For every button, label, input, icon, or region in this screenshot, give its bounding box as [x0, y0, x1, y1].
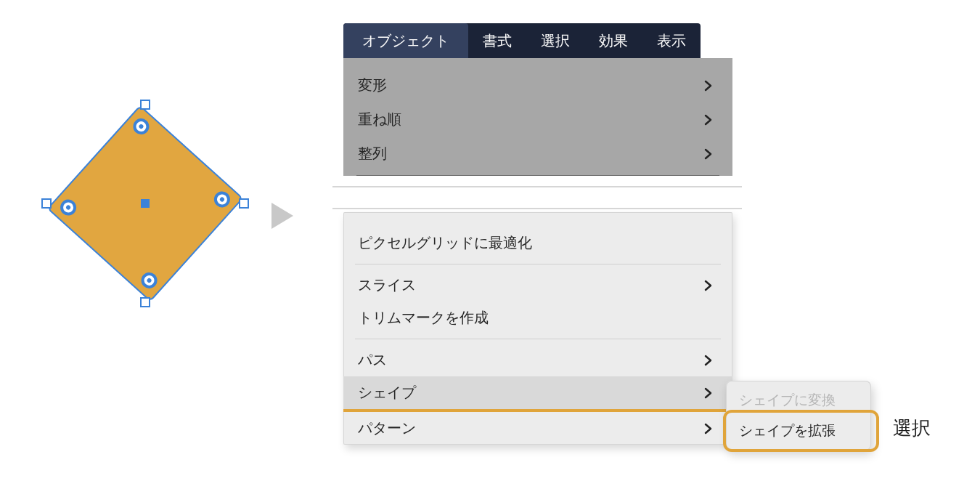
object-menu-lower: ピクセルグリッドに最適化スライストリムマークを作成パスシェイプパターン	[343, 212, 732, 445]
menu-item[interactable]: 変形	[343, 68, 732, 102]
submenu-item-label: シェイプを拡張	[739, 423, 836, 438]
arrow-icon	[269, 201, 298, 230]
submenu-item: シェイプに変換	[726, 385, 871, 416]
menu-item-label: 重ね順	[358, 110, 401, 129]
menu-item-label: 変形	[358, 76, 387, 95]
object-menu-upper: 変形重ね順整列	[343, 58, 732, 176]
annotation-label: 選択	[893, 416, 931, 441]
menu-item-label: トリムマークを作成	[358, 308, 489, 328]
chevron-right-icon	[702, 387, 714, 399]
menubar-tab-label: 表示	[657, 31, 686, 51]
svg-rect-8	[141, 199, 150, 208]
menu-item[interactable]: 整列	[343, 137, 732, 171]
menu-item-label: スライス	[358, 275, 416, 295]
menubar-tab[interactable]: 効果	[584, 23, 642, 58]
chevron-right-icon	[702, 423, 714, 434]
menu-separator	[355, 339, 721, 339]
svg-rect-10	[240, 199, 248, 208]
menu-item[interactable]: パターン	[343, 412, 732, 445]
chevron-right-icon	[702, 80, 714, 92]
menu-item[interactable]: トリムマークを作成	[343, 302, 732, 334]
menu-item-label: パス	[358, 350, 387, 370]
menu-item-label: シェイプ	[358, 383, 416, 403]
menu-item[interactable]: パス	[343, 344, 732, 376]
svg-rect-12	[42, 199, 51, 208]
chevron-right-icon	[702, 148, 714, 160]
svg-marker-13	[271, 203, 293, 229]
submenu-item-label: シェイプに変換	[739, 392, 836, 408]
menubar-tab[interactable]: 表示	[642, 23, 701, 58]
menubar-tab[interactable]: 書式	[468, 23, 526, 58]
menu-separator	[356, 175, 719, 176]
menubar: オブジェクト書式選択効果表示	[343, 23, 701, 58]
chevron-right-icon	[702, 280, 714, 291]
svg-rect-9	[141, 100, 150, 109]
menu-item-label: ピクセルグリッドに最適化	[358, 233, 532, 253]
menubar-tab-label: オブジェクト	[362, 31, 449, 51]
selected-shape[interactable]	[44, 102, 247, 305]
menubar-tab[interactable]: 選択	[526, 23, 584, 58]
menu-item-label: 整列	[358, 144, 387, 163]
menu-gap	[325, 183, 751, 212]
chevron-right-icon	[702, 114, 714, 126]
menu-item[interactable]: ピクセルグリッドに最適化	[343, 227, 732, 259]
bottom-fade	[325, 462, 751, 481]
svg-rect-11	[141, 298, 150, 307]
menu-item[interactable]: 重ね順	[343, 102, 732, 137]
submenu-item-expand-shape[interactable]: シェイプを拡張	[726, 416, 871, 446]
menubar-tab-label: 書式	[483, 31, 512, 51]
chevron-right-icon	[702, 355, 714, 366]
menu-separator	[355, 264, 721, 264]
menu-item[interactable]: スライス	[343, 269, 732, 302]
menu-item-shape[interactable]: シェイプ	[343, 376, 732, 409]
shape-submenu: シェイプに変換シェイプを拡張	[726, 381, 871, 450]
menubar-tab[interactable]: オブジェクト	[343, 23, 468, 58]
menu-item-label: パターン	[358, 419, 416, 438]
menubar-tab-label: 選択	[541, 31, 570, 51]
menubar-tab-label: 効果	[599, 31, 628, 51]
